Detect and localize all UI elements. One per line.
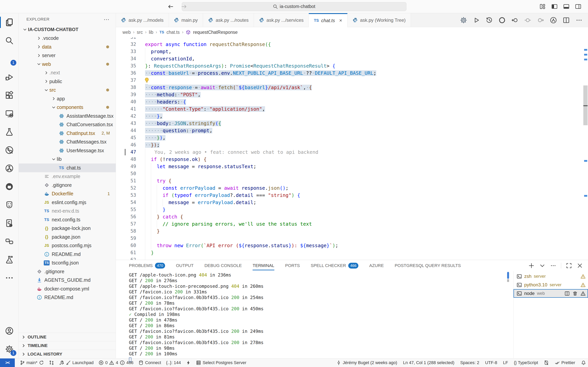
overview-ruler[interactable] [583,37,588,260]
tab-ask.py-...-services[interactable]: ask.py .../services [254,13,309,27]
nav-back-icon[interactable] [511,17,519,24]
history-icon[interactable] [486,17,493,24]
breadcrumb-item[interactable]: web [122,30,131,35]
kebab-icon[interactable] [550,263,556,269]
tree-file-Dockerfile[interactable]: Dockerfile1 [19,190,116,198]
code-line-59[interactable]: 59 [116,235,588,242]
openai-icon[interactable] [499,17,506,24]
split-icon[interactable] [564,291,570,296]
terminal-scrollbar[interactable] [507,272,509,282]
activity-extensions-icon[interactable] [0,86,19,104]
panel-tab-debug-console[interactable]: DEBUG CONSOLE [204,260,242,271]
tree-file-UserMessage.tsx[interactable]: UserMessage.tsx [19,146,116,155]
panel-tab-ports[interactable]: PORTS [285,260,300,271]
code-line-37[interactable]: 37· [116,77,588,84]
code-line-58[interactable]: 58 } [116,228,588,235]
activity-commit-graph-icon[interactable] [0,159,19,177]
maximize-icon[interactable] [566,263,572,269]
tree-folder-web[interactable]: web [19,60,116,68]
tree-file-next-env.d.ts[interactable]: TSnext-env.d.ts [19,207,116,216]
code-line-38[interactable]: 38··const·response·=·await·fetch(`${base… [116,84,588,91]
code-line-31[interactable]: 31 [116,37,588,41]
terminal-output[interactable]: GET /apple-touch-icon.png 404 in 236msGE… [116,271,513,358]
customize-layout-icon[interactable] [539,3,546,10]
tree-root[interactable]: IA-CUSTOM-CHATBOT [19,25,116,34]
activity-postgresql-icon[interactable] [0,196,19,214]
activity-source-control-icon[interactable]: 1 [0,50,19,68]
code-line-45[interactable]: 45····}), [116,134,588,141]
toggle-secondary-sidebar-icon[interactable] [575,3,581,10]
sidebar-section-outline[interactable]: OUTLINE [19,333,116,341]
nav-circle-icon[interactable] [524,17,531,24]
terminal-instance-python3.10[interactable]: python3.10server [513,281,588,289]
toggle-panel-icon[interactable] [563,3,570,10]
activity-linked-editing-icon[interactable] [0,232,19,250]
panel-tab-problems[interactable]: PROBLEMS470 [129,260,165,271]
tree-folder-data[interactable]: data [19,42,116,51]
terminal-instance-zsh[interactable]: zshserver [513,272,588,281]
breadcrumb-item[interactable]: src [137,30,143,35]
tree-file-ChatConversation.tsx[interactable]: ChatConversation.tsx [19,120,116,129]
status-item-bell[interactable] [581,360,586,365]
tree-file-ChatInput.tsx[interactable]: ChatInput.tsx2, M [19,129,116,138]
status-item-0[interactable]: 04466 [99,360,133,365]
tree-file-README.md[interactable]: README.md [19,293,116,302]
code-line-51[interactable]: 51 try { [116,177,588,184]
tab-ask.py-...-routes[interactable]: ask.py .../routes [203,13,254,27]
tree-folder-components[interactable]: components [19,103,116,112]
code-line-43[interactable]: 43····body:·JSON.stringify({ [116,120,588,127]
panel-tab-postgresql-query-results[interactable]: POSTGRESQL QUERY RESULTS [395,260,461,271]
tab-ask.py-working-tree-[interactable]: ask.py (Working Tree) [347,13,411,27]
tree-folder-src[interactable]: src [19,86,116,95]
code-line-44[interactable]: 44······question:·prompt, [116,127,588,134]
code-line-61[interactable]: 61 } [116,249,588,256]
activity-settings-gear-icon[interactable]: 1 [0,340,19,358]
tree-folder-.vscode[interactable]: .vscode [19,34,116,43]
code-line-57[interactable]: 57 // ignore parsing errors, we'll use t… [116,220,588,228]
code-line-34[interactable]: 34 conversationId, [116,55,588,62]
tree-file-postcss.config.mjs[interactable]: JSpostcss.config.mjs [19,241,116,250]
toggle-primary-sidebar-icon[interactable] [551,3,558,10]
run-circle-icon[interactable] [550,17,557,24]
gear-icon[interactable] [460,17,467,24]
tree-file-README.md[interactable]: README.md [19,250,116,259]
chevron-down-icon[interactable] [539,263,545,269]
tree-file-next.config.ts[interactable]: TSnext.config.ts [19,215,116,224]
tree-file-docker-compose.yml[interactable]: docker-compose.yml [19,284,116,293]
tree-file-eslint.config.mjs[interactable]: JSeslint.config.mjs [19,198,116,207]
activity-beaker-dots-icon[interactable] [0,250,19,269]
panel-tab-azure[interactable]: AZURE [369,260,384,271]
command-center-search[interactable]: ia-custom-chatbot [182,2,406,11]
tree-file-.gitignore[interactable]: .gitignore [19,267,116,276]
activity-account-icon[interactable] [0,322,19,340]
code-line-62[interactable]: 62 [116,256,588,260]
tree-folder-lib[interactable]: lib [19,155,116,164]
status-item-compare[interactable] [49,360,54,365]
code-line-50[interactable]: 50 [116,170,588,177]
code-line-53[interactable]: 53 if (typeof errorPayload?.detail === "… [116,192,588,199]
status-item-main[interactable]: main* [20,360,44,365]
split-editor-icon[interactable] [563,17,570,24]
code-line-33[interactable]: 33 prompt, [116,48,588,55]
panel-tab-spell-checker[interactable]: SPELL CHECKER466 [311,260,358,271]
tree-folder-public[interactable]: public [19,77,116,86]
code-editor[interactable]: 3132export async function requestChatRes… [116,37,588,260]
tab-chat.ts[interactable]: TSchat.ts× [309,13,347,27]
code-line-42[interactable]: 42····}, [116,113,588,120]
tree-file-tsconfig.json[interactable]: TStsconfig.json [19,259,116,267]
tree-file-.gitignore[interactable]: .gitignore [19,181,116,190]
close-tab-icon[interactable]: × [339,17,342,24]
tree-file-ChatMessages.tsx[interactable]: ChatMessages.tsx [19,138,116,146]
sidebar-section-local-history[interactable]: LOCAL HISTORY [19,350,116,358]
sidebar-section-timeline[interactable]: TIMELINE [19,341,116,350]
tree-file-package.json[interactable]: {}package.json [19,233,116,241]
panel-tab-terminal[interactable]: TERMINAL [253,260,274,271]
tree-file-AssistantMessage.tsx[interactable]: AssistantMessage.tsx [19,112,116,120]
trash-icon[interactable] [572,291,578,296]
nav-forward-icon[interactable] [537,17,544,24]
breadcrumb-symbol[interactable]: requestChatResponse [193,30,238,35]
breadcrumb[interactable]: web›src›lib›TSchat.ts›requestChatRespons… [116,27,588,37]
code-line-54[interactable]: 54 message = errorPayload.detail; [116,199,588,206]
breadcrumb-item[interactable]: lib [149,30,153,35]
new-terminal-icon[interactable] [528,263,535,269]
